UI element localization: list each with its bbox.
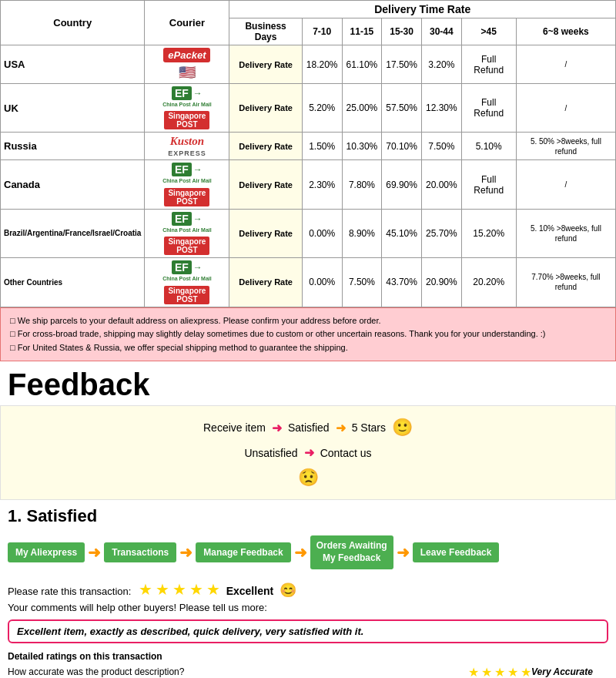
- feedback-flow: Receive item ➜ Satisfied ➜ 5 Stars 🙂 Uns…: [0, 405, 616, 500]
- arrow1: ➜: [272, 421, 282, 435]
- excellent-label: Excellent: [226, 585, 273, 597]
- d45-cell: Full Refund: [461, 45, 516, 84]
- step-orders-awaiting[interactable]: Orders AwaitingMy Feedback: [310, 535, 393, 569]
- step-arrow3: ➜: [291, 543, 310, 562]
- table-row: USA ePacket 🇺🇸 Delivery Rate 18.20% 61.1…: [1, 45, 616, 84]
- country-cell: Brazil/Argentina/France/Israel/Croatia: [1, 209, 145, 257]
- star1: ★: [139, 580, 152, 599]
- country-cell: Other Countries: [1, 258, 145, 307]
- info-line3: For United States & Russia, we offer spe…: [10, 341, 606, 355]
- d30-44-cell: 25.70%: [421, 209, 461, 257]
- star5: ★: [206, 580, 220, 599]
- rate-transaction-row: Please rate this transaction: ★ ★ ★ ★ ★ …: [0, 574, 616, 600]
- steps-row: My Aliexpress ➜ Transactions ➜ Manage Fe…: [0, 531, 616, 573]
- d68-cell: 5. 50% >8weeks, full refund: [516, 133, 615, 160]
- rating1-label: How accurate was the product description…: [8, 666, 468, 677]
- unsatisfied-flow: Unsatisfied ➜ Contact us: [244, 445, 371, 460]
- satisfied-flow: Receive item ➜ Satisfied ➜ 5 Stars 🙂: [203, 418, 413, 438]
- step-leave-feedback[interactable]: Leave Feedback: [413, 542, 500, 562]
- col-courier: Courier: [145, 1, 229, 45]
- d7-10-cell: 18.20%: [302, 45, 342, 84]
- info-box: We ship parcels to your default address …: [0, 307, 616, 362]
- d7-10-cell: 0.00%: [302, 209, 342, 257]
- table-row: Other Countries EF → China Post Air Mail…: [1, 258, 616, 307]
- table-row: Brazil/Argentina/France/Israel/Croatia E…: [1, 209, 616, 257]
- d7-10-cell: 5.20%: [302, 84, 342, 133]
- table-row: Russia Kuston EXPRESS Delivery Rate 1.50…: [1, 133, 616, 160]
- step-arrow4: ➜: [393, 543, 413, 562]
- d15-30-cell: 70.10%: [382, 133, 422, 160]
- arrow2: ➜: [336, 421, 346, 435]
- d45-cell: 15.20%: [461, 209, 516, 257]
- d68-cell: /: [516, 45, 615, 84]
- d30-44-cell: 3.20%: [421, 45, 461, 84]
- d7-10-cell: 2.30%: [302, 160, 342, 209]
- star3: ★: [172, 580, 186, 599]
- rate-label-cell: Delivery Rate: [229, 84, 302, 133]
- d45-cell: Full Refund: [461, 160, 516, 209]
- d15-30-cell: 69.90%: [382, 160, 422, 209]
- d68-cell: /: [516, 160, 615, 209]
- d30-44-cell: 7.50%: [421, 133, 461, 160]
- satisfied-title: 1. Satisfied: [0, 500, 616, 531]
- d68-cell: 7.70% >8weeks, full refund: [516, 258, 615, 307]
- col-45: >45: [461, 18, 516, 45]
- col-15-30: 15-30: [382, 18, 422, 45]
- d45-cell: 5.10%: [461, 133, 516, 160]
- delivery-table: Country Courier Delivery Time Rate Busin…: [0, 0, 616, 307]
- courier-cell: ePacket 🇺🇸: [145, 45, 229, 84]
- d7-10-cell: 1.50%: [302, 133, 342, 160]
- ratings-title: Detailed ratings on this transaction: [8, 651, 608, 662]
- d15-30-cell: 45.10%: [382, 209, 422, 257]
- rating1-stars: ★ ★ ★ ★ ★: [468, 665, 531, 678]
- d30-44-cell: 20.90%: [421, 258, 461, 307]
- col-7-10: 7-10: [302, 18, 342, 45]
- table-row: Canada EF → China Post Air Mail Singapor…: [1, 160, 616, 209]
- d15-30-cell: 43.70%: [382, 258, 422, 307]
- header-delivery-time-rate: Delivery Time Rate: [229, 1, 616, 18]
- d68-cell: 5. 10% >8weeks, full refund: [516, 209, 615, 257]
- satisfied-label: Satisfied: [288, 421, 330, 434]
- d15-30-cell: 17.50%: [382, 45, 422, 84]
- courier-cell: EF → China Post Air Mail SingaporePOST: [145, 160, 229, 209]
- col-country: Country: [1, 1, 145, 45]
- info-line1: We ship parcels to your default address …: [10, 314, 606, 328]
- d45-cell: 20.20%: [461, 258, 516, 307]
- rate-label-cell: Delivery Rate: [229, 258, 302, 307]
- col-6-8: 6~8 weeks: [516, 18, 615, 45]
- unsatisfied-label: Unsatisfied: [244, 447, 297, 459]
- d11-15-cell: 25.00%: [342, 84, 382, 133]
- rating1-desc: Very Accurate: [531, 666, 608, 677]
- frown-emoji: 😟: [298, 468, 319, 488]
- arrow3: ➜: [304, 445, 314, 460]
- star4: ★: [189, 580, 203, 599]
- step-transactions[interactable]: Transactions: [104, 542, 176, 562]
- step-manage-feedback[interactable]: Manage Feedback: [196, 542, 290, 562]
- col-11-15: 11-15: [342, 18, 382, 45]
- d11-15-cell: 10.30%: [342, 133, 382, 160]
- courier-cell: EF → China Post Air Mail SingaporePOST: [145, 209, 229, 257]
- d68-cell: /: [516, 84, 615, 133]
- step-arrow2: ➜: [176, 543, 196, 562]
- rating-row-1: How accurate was the product description…: [8, 665, 608, 678]
- rate-label-cell: Delivery Rate: [229, 133, 302, 160]
- receive-item-label: Receive item: [203, 421, 266, 434]
- ratings-section: Detailed ratings on this transaction How…: [0, 646, 616, 678]
- step-myaliexpress[interactable]: My Aliexpress: [8, 542, 85, 562]
- d7-10-cell: 0.00%: [302, 258, 342, 307]
- star2: ★: [156, 580, 169, 599]
- info-line2: For cross-broad trade, shipping may slig…: [10, 327, 606, 341]
- table-row: UK EF → China Post Air Mail SingaporePOS…: [1, 84, 616, 133]
- country-cell: USA: [1, 45, 145, 84]
- smile-emoji: 🙂: [392, 418, 413, 438]
- d15-30-cell: 57.50%: [382, 84, 422, 133]
- d30-44-cell: 20.00%: [421, 160, 461, 209]
- courier-cell: Kuston EXPRESS: [145, 133, 229, 160]
- feedback-title: Feedback: [0, 361, 616, 405]
- rate-label: Please rate this transaction:: [8, 586, 131, 597]
- step-arrow1: ➜: [85, 543, 104, 562]
- rate-label-cell: Delivery Rate: [229, 160, 302, 209]
- courier-cell: EF → China Post Air Mail SingaporePOST: [145, 258, 229, 307]
- comment-box: Excellent item, exactly as described, qu…: [8, 619, 608, 643]
- d11-15-cell: 7.80%: [342, 160, 382, 209]
